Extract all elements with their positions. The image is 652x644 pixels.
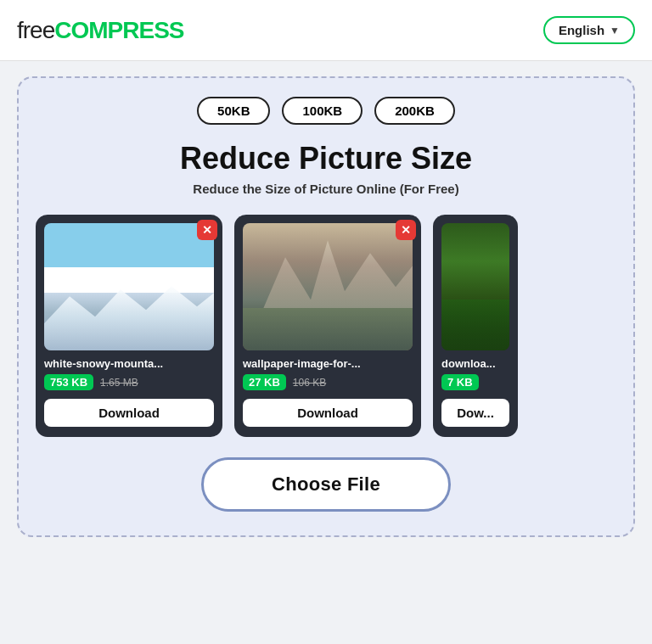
original-size-2: 106 KB xyxy=(293,377,326,389)
page-title: Reduce Picture Size xyxy=(36,140,616,176)
logo-compress: COMPRESS xyxy=(54,17,183,43)
pill-100kb[interactable]: 100KB xyxy=(282,97,363,125)
main-content: 50KB 100KB 200KB Reduce Picture Size Red… xyxy=(0,61,652,552)
filename-2: wallpaper-image-for-... xyxy=(243,357,413,370)
image-preview-2 xyxy=(243,223,413,350)
choose-file-wrapper: Choose File xyxy=(36,457,616,512)
card-sizes-2: 27 KB 106 KB xyxy=(243,374,413,390)
original-size-1: 1.65 MB xyxy=(100,377,138,389)
image-preview-3 xyxy=(441,223,509,350)
drop-zone: 50KB 100KB 200KB Reduce Picture Size Red… xyxy=(17,76,635,537)
image-card-1: ✕ white-snowy-mounta... 753 KB 1.65 MB D… xyxy=(36,215,222,437)
size-pills-row: 50KB 100KB 200KB xyxy=(36,97,616,125)
pill-50kb[interactable]: 50KB xyxy=(197,97,270,125)
close-button-2[interactable]: ✕ xyxy=(396,220,416,240)
logo-free: free xyxy=(17,17,54,43)
choose-file-button[interactable]: Choose File xyxy=(201,457,451,512)
filename-3: downloa... xyxy=(441,357,509,370)
header: freeCOMPRESS English ▼ xyxy=(0,0,652,61)
download-button-3[interactable]: Dow... xyxy=(441,399,509,427)
download-button-1[interactable]: Download xyxy=(44,399,214,427)
language-selector[interactable]: English ▼ xyxy=(543,16,635,44)
filename-1: white-snowy-mounta... xyxy=(44,357,214,370)
compressed-size-3: 7 KB xyxy=(441,374,479,390)
language-label: English xyxy=(559,23,604,37)
card-sizes-1: 753 KB 1.65 MB xyxy=(44,374,214,390)
image-card-3: downloa... 7 KB Dow... xyxy=(433,215,518,437)
image-card-2: ✕ wallpaper-image-for-... 27 KB 106 KB D… xyxy=(234,215,421,437)
card-sizes-3: 7 KB xyxy=(441,374,509,390)
image-preview-1 xyxy=(44,223,214,350)
chevron-down-icon: ▼ xyxy=(610,25,620,36)
page-subtitle: Reduce the Size of Picture Online (For F… xyxy=(36,182,616,196)
cards-row: ✕ white-snowy-mounta... 753 KB 1.65 MB D… xyxy=(36,215,616,437)
compressed-size-2: 27 KB xyxy=(243,374,286,390)
download-button-2[interactable]: Download xyxy=(243,399,413,427)
close-button-1[interactable]: ✕ xyxy=(197,220,217,240)
compressed-size-1: 753 KB xyxy=(44,374,93,390)
pill-200kb[interactable]: 200KB xyxy=(374,97,455,125)
logo: freeCOMPRESS xyxy=(17,17,184,44)
